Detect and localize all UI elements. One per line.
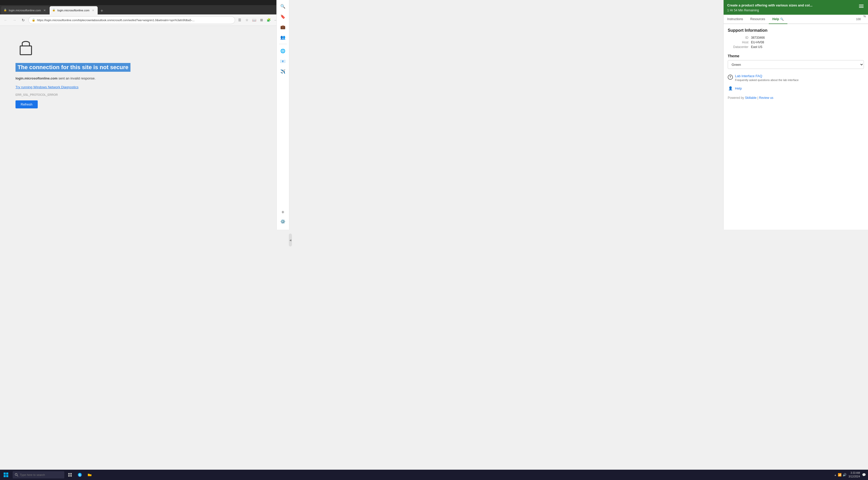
plane-icon[interactable]: ✈️ bbox=[278, 67, 287, 76]
svg-rect-0 bbox=[20, 46, 32, 55]
bookmark-icon[interactable]: 🔖 bbox=[278, 12, 287, 21]
browser-tabs: 🔒 login.microsoftonline.com ✕ 🔒 login.mi… bbox=[0, 5, 289, 14]
sidebar-icon-strip: 🔍 🔖 💼 👥 🌐 📧 ✈️ + ⚙️ bbox=[276, 0, 289, 230]
magnify-icon[interactable]: 🔍 bbox=[278, 2, 287, 11]
lock-icon bbox=[16, 36, 36, 57]
error-body-text: sent an invalid response. bbox=[58, 76, 96, 80]
browser-tab-1[interactable]: 🔒 login.microsoftonline.com ✕ bbox=[1, 6, 49, 14]
new-tab-button[interactable]: + bbox=[98, 7, 105, 14]
browser-content: The connection for this site is not secu… bbox=[0, 26, 289, 230]
tab-title-2: login.microsoftonline.com bbox=[57, 9, 89, 12]
reader-mode-icon[interactable]: ☰ bbox=[237, 17, 243, 23]
tab-close-1[interactable]: ✕ bbox=[42, 8, 46, 12]
globe-icon[interactable]: 🌐 bbox=[278, 46, 287, 56]
tab-favicon-2: 🔒 bbox=[52, 8, 56, 12]
error-code: ERR_SSL_PROTOCOL_ERROR bbox=[16, 93, 58, 96]
reload-button[interactable]: ↻ bbox=[20, 16, 27, 24]
address-url: https://login.microsoftonline.com/triple… bbox=[37, 19, 232, 22]
reading-list-icon[interactable]: 📖 bbox=[251, 17, 257, 23]
extensions-icon[interactable]: 🧩 bbox=[266, 17, 272, 23]
settings-icon[interactable]: ⚙️ bbox=[278, 217, 287, 226]
browser-addressbar: ← → ↻ 🔒 https://login.microsoftonline.co… bbox=[0, 14, 289, 26]
browser-window: — ❐ ✕ 🔒 login.microsoftonline.com ✕ 🔒 lo… bbox=[0, 0, 289, 230]
collections-icon[interactable]: ⊞ bbox=[258, 17, 265, 23]
refresh-button[interactable]: Refresh bbox=[16, 100, 38, 108]
add-extension-button[interactable]: + bbox=[278, 207, 287, 217]
tab-title-1: login.microsoftonline.com bbox=[9, 9, 41, 12]
outlook-icon[interactable]: 📧 bbox=[278, 57, 287, 66]
error-domain: login.microsoftonline.com bbox=[16, 76, 58, 80]
error-body: login.microsoftonline.com sent an invali… bbox=[16, 76, 96, 81]
people-icon[interactable]: 👥 bbox=[278, 33, 287, 42]
network-diagnostics-link[interactable]: Try running Windows Network Diagnostics bbox=[16, 85, 79, 89]
icon-strip-bottom: + ⚙️ bbox=[278, 207, 287, 228]
browser-titlebar: — ❐ ✕ bbox=[0, 0, 289, 5]
tab-close-2[interactable]: ✕ bbox=[91, 8, 95, 12]
back-button[interactable]: ← bbox=[2, 16, 9, 24]
briefcase-icon[interactable]: 💼 bbox=[278, 22, 287, 32]
browser-tab-2[interactable]: 🔒 login.microsoftonline.com ✕ bbox=[50, 6, 98, 14]
add-to-favorites-icon[interactable]: ☆ bbox=[244, 17, 250, 23]
address-bar[interactable]: 🔒 https://login.microsoftonline.com/trip… bbox=[28, 16, 235, 24]
sidebar-collapse-handle[interactable]: ◀ bbox=[289, 234, 292, 240]
error-container: The connection for this site is not secu… bbox=[16, 36, 130, 108]
icon-divider bbox=[279, 44, 287, 44]
forward-button[interactable]: → bbox=[11, 16, 18, 24]
error-title: The connection for this site is not secu… bbox=[16, 63, 130, 72]
tab-favicon-1: 🔒 bbox=[4, 8, 7, 12]
address-lock-icon: 🔒 bbox=[32, 18, 35, 22]
